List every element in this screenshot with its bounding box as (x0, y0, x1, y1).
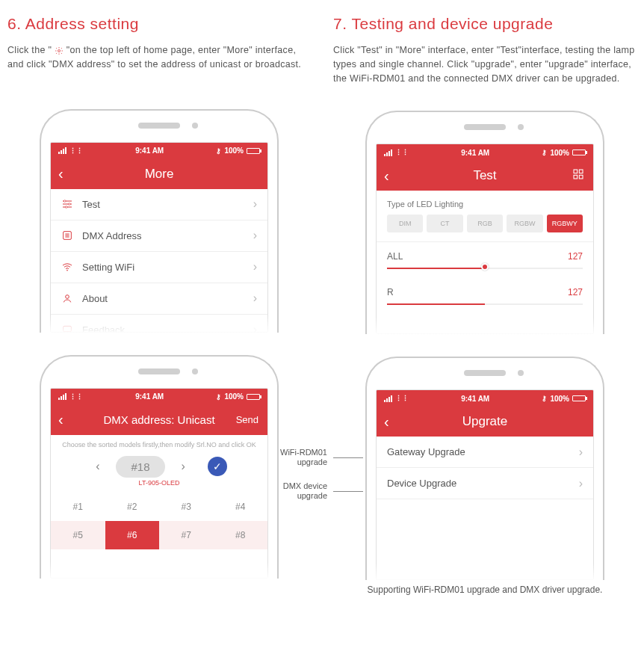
phone-frame-upgrade: ⋮⋮ 9:41 AM ⚷ 100% ‹ Upgrate (365, 357, 604, 580)
send-button[interactable]: Send (236, 414, 258, 425)
slider-label: ALL (387, 251, 403, 262)
dmx-cell-selected[interactable]: #6 (105, 521, 160, 549)
nav-bar-upgrade: ‹ Upgrate (377, 407, 593, 437)
dmx-model: LT-905-OLED (51, 479, 267, 493)
battery-icon (247, 394, 260, 400)
dmx-cell[interactable]: #7 (159, 521, 214, 549)
phone-frame-more: ⋮⋮ 9:41 AM ⚷ 100% ‹ More (40, 109, 279, 333)
slider-track[interactable] (387, 268, 583, 269)
battery-pct: 100% (224, 147, 244, 155)
sliders-icon (61, 198, 73, 210)
seg-dim[interactable]: DIM (387, 215, 423, 232)
slider-r[interactable]: R 127 (377, 278, 593, 314)
back-button[interactable]: ‹ (58, 411, 64, 428)
slider-track[interactable] (387, 303, 583, 305)
slider-all[interactable]: ALL 127 (377, 242, 593, 278)
nav-title: Test (473, 168, 496, 183)
slider-label: R (387, 287, 394, 297)
status-time: 9:41 AM (461, 149, 489, 157)
seg-rgbw[interactable]: RGBW (507, 215, 542, 232)
picker-prev-button[interactable]: ‹ (91, 457, 104, 476)
row-label: Feedback (82, 324, 125, 333)
bluetooth-icon: ⚷ (542, 149, 547, 156)
chat-icon (61, 324, 73, 333)
dmx-cell[interactable]: #5 (51, 521, 105, 549)
section-6-desc: Click the " "on the top left of home pag… (7, 43, 311, 72)
section-6-title: 6. Address setting (7, 15, 311, 33)
bluetooth-icon: ⚷ (216, 393, 221, 401)
status-bar: ⋮⋮ 9:41 AM ⚷ 100% (377, 390, 593, 407)
chevron-right-icon: › (253, 323, 257, 333)
status-time: 9:41 AM (135, 392, 164, 401)
callout-device: DMX device upgrade (267, 481, 333, 501)
row-setting-wifi[interactable]: Setting WiFi › (51, 252, 267, 283)
picker-next-button[interactable]: › (177, 457, 190, 476)
row-label: About (82, 293, 108, 304)
svg-rect-8 (574, 170, 578, 173)
seg-rgbwy[interactable]: RGBWY (547, 215, 583, 232)
chevron-right-icon: › (579, 445, 583, 459)
svg-rect-10 (574, 175, 578, 179)
wifi-icon: ⋮⋮ (69, 393, 83, 401)
status-time: 9:41 AM (135, 147, 164, 155)
section-7-title: 7. Testing and device upgrade (333, 15, 637, 33)
nav-bar-test: ‹ Test (377, 161, 593, 191)
chevron-right-icon: › (253, 292, 257, 305)
signal-icon (384, 149, 392, 156)
nav-title: DMX address: Unicast (103, 413, 214, 426)
nav-bar-more: ‹ More (51, 159, 267, 189)
grid-icon[interactable] (572, 168, 584, 184)
dmx-cell[interactable]: #2 (105, 493, 160, 521)
chevron-right-icon: › (253, 197, 257, 211)
dmx-cell[interactable]: #4 (214, 493, 268, 521)
dmx-cell[interactable]: #8 (214, 521, 268, 549)
slider-thumb[interactable] (481, 263, 489, 271)
wifi-icon: ⋮⋮ (69, 147, 83, 155)
svg-point-3 (65, 206, 67, 209)
battery-pct: 100% (550, 149, 569, 157)
signal-icon (58, 147, 66, 154)
nav-title: More (145, 167, 174, 182)
battery-pct: 100% (224, 392, 244, 401)
svg-rect-9 (579, 170, 583, 173)
status-bar: ⋮⋮ 9:41 AM ⚷ 100% (51, 143, 267, 159)
row-device-upgrade[interactable]: Device Upgrade › (377, 468, 593, 499)
list-icon (61, 229, 73, 241)
phone-frame-test: ⋮⋮ 9:41 AM ⚷ 100% ‹ Test (365, 111, 604, 334)
dmx-cell[interactable]: #1 (51, 493, 105, 521)
slider-value: 127 (568, 287, 583, 297)
seg-ct[interactable]: CT (427, 215, 462, 232)
back-button[interactable]: ‹ (58, 165, 64, 182)
wifi-icon: ⋮⋮ (395, 395, 409, 402)
row-about[interactable]: About › (51, 283, 267, 315)
back-button[interactable]: ‹ (384, 167, 389, 185)
slider-value: 127 (568, 251, 583, 262)
desc-text: Click the " (7, 45, 55, 55)
status-time: 9:41 AM (461, 395, 489, 403)
row-dmx-address[interactable]: DMX Address › (51, 221, 267, 252)
nav-bar-dmx: ‹ DMX address: Unicast Send (51, 405, 267, 435)
dmx-cell[interactable]: #3 (159, 493, 214, 521)
row-gateway-upgrade[interactable]: Gateway Upgrade › (377, 437, 593, 468)
chevron-right-icon: › (579, 477, 583, 490)
status-bar: ⋮⋮ 9:41 AM ⚷ 100% (51, 389, 267, 405)
signal-icon (58, 393, 66, 400)
nav-title: Upgrate (462, 414, 507, 429)
signal-icon (384, 395, 392, 402)
wifi-icon (61, 261, 73, 273)
phone-frame-dmx: ⋮⋮ 9:41 AM ⚷ 100% ‹ DMX address: Unicast… (40, 355, 279, 579)
bluetooth-icon: ⚷ (542, 395, 547, 402)
back-button[interactable]: ‹ (384, 413, 389, 431)
battery-icon (572, 149, 586, 155)
svg-point-1 (64, 200, 66, 203)
status-bar: ⋮⋮ 9:41 AM ⚷ 100% (377, 144, 593, 161)
user-icon (61, 292, 73, 304)
callout-gateway: WiFi-RDM01 upgrade (267, 448, 333, 467)
row-test[interactable]: Test › (51, 189, 267, 221)
row-label: Device Upgrade (387, 478, 456, 489)
row-feedback[interactable]: Feedback › (51, 315, 267, 333)
picker-ok-button[interactable]: ✓ (208, 457, 227, 476)
seg-rgb[interactable]: RGB (467, 215, 503, 232)
chevron-right-icon: › (253, 260, 257, 274)
section-7-desc: Click "Test" in "More" interface, enter … (333, 43, 637, 85)
